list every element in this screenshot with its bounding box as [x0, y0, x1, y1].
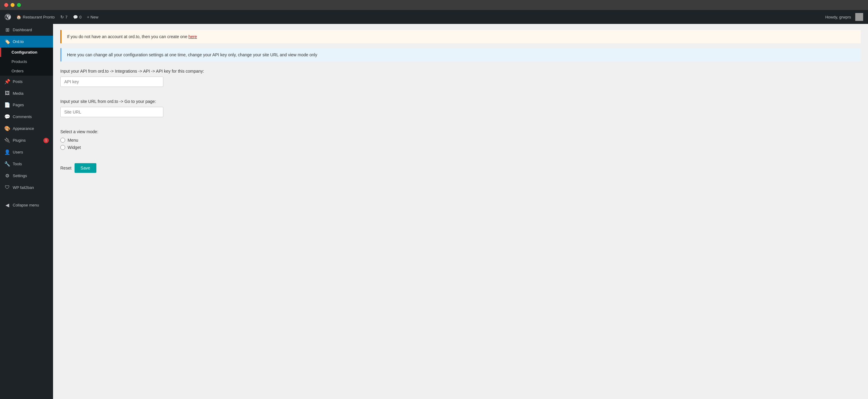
dashboard-icon: ⊞ — [4, 27, 10, 33]
sidebar-item-tools[interactable]: 🔧 Tools — [0, 158, 53, 170]
new-label: New — [91, 15, 98, 20]
collapse-icon: ◀ — [4, 202, 10, 208]
media-icon: 🖼 — [4, 91, 10, 96]
site-name-item[interactable]: 🏠 Restaurant Pronto — [17, 15, 55, 20]
comments-count: 0 — [80, 15, 82, 20]
site-url-input[interactable] — [60, 107, 163, 117]
save-button[interactable]: Save — [74, 163, 96, 173]
fail2ban-icon: 🛡 — [4, 185, 10, 190]
comment-icon: 💬 — [4, 114, 10, 120]
user-avatar[interactable] — [855, 13, 863, 21]
reset-button[interactable]: Reset — [60, 164, 71, 172]
plugins-label: Plugins — [13, 138, 41, 142]
config-border — [0, 47, 1, 57]
submenu-item-orders[interactable]: Orders — [0, 66, 53, 76]
submenu-item-products[interactable]: Products — [0, 57, 53, 66]
appearance-icon: 🎨 — [4, 126, 10, 131]
comments-icon: 💬 — [73, 15, 78, 20]
url-label: Input your site URL from ord.to -> Go to… — [60, 99, 861, 104]
sidebar-item-plugins[interactable]: 🔌 Plugins 1 — [0, 134, 53, 146]
plus-icon: + — [87, 15, 89, 20]
admin-bar: 🏠 Restaurant Pronto ↻ 7 💬 0 + New Howdy,… — [0, 10, 868, 24]
main-content: If you do not have an account at ord.to,… — [53, 24, 868, 399]
sidebar-item-comments[interactable]: 💬 Comments — [0, 111, 53, 123]
updates-count: 7 — [65, 15, 68, 20]
media-label: Media — [13, 91, 49, 96]
appearance-label: Appearance — [13, 126, 49, 131]
sidebar-item-settings[interactable]: ⚙ Settings — [0, 170, 53, 181]
wp-logo-item[interactable] — [5, 14, 11, 20]
warning-notice: If you do not have an account at ord.to,… — [60, 30, 861, 43]
orders-label: Orders — [11, 69, 24, 73]
settings-label: Settings — [13, 173, 49, 178]
collapse-label: Collapse menu — [13, 203, 49, 207]
button-row: Reset Save — [60, 163, 861, 173]
pages-label: Pages — [13, 103, 49, 107]
products-label: Products — [11, 59, 27, 64]
ordto-submenu: Configuration Products Orders — [0, 47, 53, 76]
site-name: Restaurant Pronto — [23, 15, 55, 20]
sidebar-item-dashboard[interactable]: ⊞ Dashboard — [0, 24, 53, 36]
radio-group: Menu Widget — [60, 138, 861, 150]
pages-icon: 📄 — [4, 102, 10, 108]
ordto-icon: 🏷️ — [4, 39, 10, 44]
collapse-menu-item[interactable]: ◀ Collapse menu — [0, 199, 53, 211]
api-key-section: Input your API from ord.to -> Integratio… — [60, 69, 861, 99]
howdy-text: Howdy, grwprs — [825, 15, 851, 20]
view-mode-section: Select a view mode: Menu Widget — [60, 129, 861, 163]
mac-fullscreen-button[interactable] — [17, 3, 21, 7]
radio-widget-option[interactable]: Widget — [60, 145, 861, 150]
radio-menu-option[interactable]: Menu — [60, 138, 861, 142]
submenu-item-configuration[interactable]: Configuration — [0, 47, 53, 57]
sidebar-item-posts[interactable]: 📌 Posts — [0, 76, 53, 88]
info-notice: Here you can change all your configurati… — [60, 48, 861, 62]
posts-label: Posts — [13, 79, 49, 84]
ordto-label: Ord.to — [13, 39, 49, 44]
configuration-label: Configuration — [11, 50, 37, 55]
sidebar-item-pages[interactable]: 📄 Pages — [0, 99, 53, 111]
comments-label: Comments — [13, 114, 49, 119]
warning-text: If you do not have an account at ord.to,… — [67, 34, 187, 39]
users-label: Users — [13, 150, 49, 155]
mac-minimize-button[interactable] — [10, 3, 14, 7]
tools-icon: 🔧 — [4, 161, 10, 167]
radio-menu-input[interactable] — [60, 138, 65, 142]
sidebar-item-appearance[interactable]: 🎨 Appearance — [0, 123, 53, 134]
site-url-section: Input your site URL from ord.to -> Go to… — [60, 99, 861, 129]
comments-item[interactable]: 💬 0 — [73, 15, 82, 20]
sidebar-item-wp-fail2ban[interactable]: 🛡 WP fail2ban — [0, 181, 53, 193]
view-mode-label: Select a view mode: — [60, 129, 861, 134]
updates-icon: ↻ — [60, 14, 64, 20]
radio-widget-input[interactable] — [60, 145, 65, 150]
api-label: Input your API from ord.to -> Integratio… — [60, 69, 861, 73]
settings-icon: ⚙ — [4, 173, 10, 178]
plugins-icon: 🔌 — [4, 137, 10, 143]
radio-menu-label: Menu — [68, 138, 78, 142]
info-text: Here you can change all your configurati… — [67, 53, 317, 57]
tools-label: Tools — [13, 162, 49, 166]
updates-item[interactable]: ↻ 7 — [60, 14, 68, 20]
warning-link[interactable]: here — [188, 34, 197, 39]
wp-fail2ban-label: WP fail2ban — [13, 185, 49, 190]
home-icon: 🏠 — [17, 15, 21, 20]
sidebar: ⊞ Dashboard 🏷️ Ord.to Configuration Prod… — [0, 24, 53, 399]
dashboard-label: Dashboard — [13, 28, 49, 32]
api-key-input[interactable] — [60, 76, 163, 87]
posts-icon: 📌 — [4, 79, 10, 85]
users-icon: 👤 — [4, 149, 10, 155]
sidebar-item-ordto[interactable]: 🏷️ Ord.to — [0, 36, 53, 47]
sidebar-item-media[interactable]: 🖼 Media — [0, 88, 53, 99]
new-item[interactable]: + New — [87, 15, 98, 20]
sidebar-item-users[interactable]: 👤 Users — [0, 146, 53, 158]
plugins-badge: 1 — [43, 138, 49, 143]
mac-close-button[interactable] — [4, 3, 8, 7]
radio-widget-label: Widget — [68, 145, 81, 150]
